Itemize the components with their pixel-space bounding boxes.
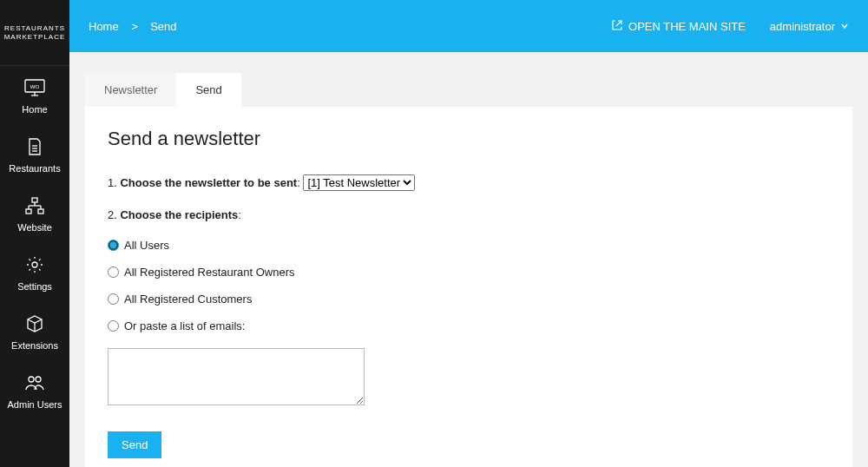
user-name: administrator	[770, 20, 835, 33]
sidebar-item-home[interactable]: WO Home	[0, 66, 69, 125]
radio-all-users-label: All Users	[124, 239, 169, 252]
newsletter-select[interactable]: [1] Test Newsletter	[303, 174, 415, 191]
sidebar-item-label: Extensions	[2, 340, 68, 351]
tab-send[interactable]: Send	[176, 73, 240, 107]
sidebar-item-extensions[interactable]: Extensions	[0, 302, 69, 361]
svg-rect-9	[38, 209, 43, 214]
radio-row-paste[interactable]: Or paste a list of emails:	[108, 319, 830, 332]
radio-customers[interactable]	[108, 293, 119, 305]
radio-paste-label: Or paste a list of emails:	[124, 319, 245, 332]
tabs: Newsletter Send	[85, 73, 852, 107]
brand-logo: RESTAURANTS MARKETPLACE	[0, 0, 69, 66]
brand-line2: MARKETPLACE	[3, 33, 66, 42]
emails-textarea[interactable]	[108, 348, 365, 405]
sidebar-item-settings[interactable]: Settings	[0, 243, 69, 302]
page-title: Send a newsletter	[108, 128, 830, 150]
radio-owners-label: All Registered Restaurant Owners	[124, 266, 295, 279]
document-icon	[2, 135, 68, 158]
breadcrumb-sep: >	[131, 20, 138, 33]
breadcrumb-current: Send	[150, 20, 176, 33]
chevron-down-icon	[840, 20, 849, 33]
sidebar-item-label: Home	[2, 104, 68, 115]
monitor-icon: WO	[2, 76, 68, 99]
sidebar-item-admin-users[interactable]: Admin Users	[0, 361, 69, 420]
panel: Send a newsletter 1. Choose the newslett…	[85, 107, 852, 467]
svg-text:WO: WO	[30, 84, 40, 89]
gear-icon	[2, 253, 68, 276]
step-2: 2. Choose the recipients:	[108, 208, 830, 221]
svg-point-16	[29, 377, 34, 382]
svg-rect-7	[32, 198, 37, 202]
radio-all-users[interactable]	[108, 240, 119, 251]
step-1: 1. Choose the newsletter to be sent: [1]…	[108, 174, 830, 191]
breadcrumb: Home > Send	[89, 20, 177, 33]
breadcrumb-home[interactable]: Home	[89, 20, 119, 33]
step-2-text: Choose the recipients	[120, 208, 238, 221]
tab-newsletter[interactable]: Newsletter	[85, 73, 176, 107]
sidebar-item-website[interactable]: Website	[0, 184, 69, 243]
sidebar-item-restaurants[interactable]: Restaurants	[0, 125, 69, 184]
sidebar: RESTAURANTS MARKETPLACE WO Home Restaura…	[0, 0, 69, 467]
sidebar-item-label: Settings	[2, 281, 68, 292]
users-icon	[2, 372, 68, 394]
step-1-text: Choose the newsletter to be sent	[120, 176, 297, 189]
sidebar-item-label: Website	[2, 222, 68, 233]
radio-row-all-users[interactable]: All Users	[108, 239, 830, 252]
topbar-right: OPEN THE MAIN SITE administrator	[611, 19, 849, 34]
user-menu[interactable]: administrator	[770, 20, 849, 33]
radio-row-customers[interactable]: All Registered Customers	[108, 293, 830, 306]
step-1-num: 1.	[108, 176, 117, 189]
brand-line1: RESTAURANTS	[3, 24, 66, 33]
sitemap-icon	[2, 194, 68, 217]
svg-point-14	[32, 262, 37, 267]
svg-point-17	[36, 377, 41, 382]
open-main-site-label: OPEN THE MAIN SITE	[628, 20, 746, 33]
external-link-icon	[611, 19, 623, 34]
svg-line-18	[616, 21, 621, 26]
svg-rect-8	[26, 209, 31, 214]
radio-customers-label: All Registered Customers	[124, 293, 252, 306]
radio-owners[interactable]	[108, 266, 119, 278]
cube-icon	[2, 312, 68, 335]
sidebar-item-label: Admin Users	[2, 399, 68, 410]
sidebar-item-label: Restaurants	[2, 163, 68, 174]
content: Newsletter Send Send a newsletter 1. Cho…	[69, 52, 868, 467]
radio-row-owners[interactable]: All Registered Restaurant Owners	[108, 266, 830, 279]
send-button[interactable]: Send	[108, 431, 161, 458]
radio-paste[interactable]	[108, 320, 119, 332]
topbar: Home > Send OPEN THE MAIN SITE administr…	[69, 0, 868, 52]
step-2-num: 2.	[108, 208, 117, 221]
open-main-site-link[interactable]: OPEN THE MAIN SITE	[611, 19, 746, 34]
